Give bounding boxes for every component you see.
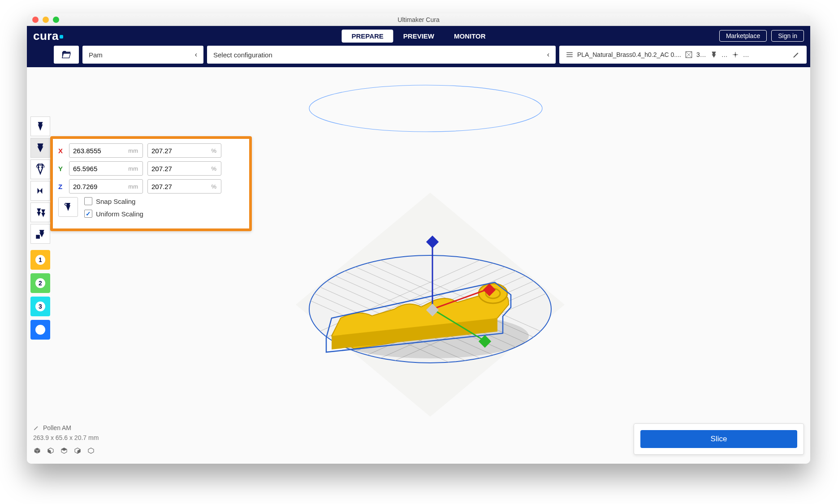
tab-preview[interactable]: PREVIEW xyxy=(393,30,444,43)
marketplace-button[interactable]: Marketplace xyxy=(719,30,767,42)
pencil-icon xyxy=(33,425,39,431)
view-right-icon[interactable] xyxy=(87,447,95,455)
transform-toolbar xyxy=(30,116,50,244)
signin-button[interactable]: Sign in xyxy=(771,30,804,42)
support-value: … xyxy=(721,51,728,58)
stage-tabs: PREPARE PREVIEW MONITOR xyxy=(341,30,495,43)
profile-name: PLA_Natural_Brass0.4_h0.2_AC 0.... xyxy=(577,51,681,58)
mirror-tool[interactable] xyxy=(30,181,50,201)
view-front-icon[interactable] xyxy=(47,447,55,455)
open-file-button[interactable] xyxy=(54,46,79,64)
infill-icon xyxy=(685,51,693,59)
snap-scaling-option[interactable]: Snap Scaling xyxy=(84,197,143,205)
move-tool[interactable] xyxy=(30,116,50,136)
mesh-tool[interactable] xyxy=(30,202,50,222)
infill-value: 3… xyxy=(696,51,706,58)
app-window: Ultimaker Cura cura PREPARE PREVIEW MONI… xyxy=(27,13,810,464)
view-presets xyxy=(33,447,99,455)
rotate-tool[interactable] xyxy=(30,159,50,179)
extruder-toolbar: 1 2 3 4 xyxy=(30,250,50,340)
uniform-scaling-checkbox[interactable] xyxy=(84,210,92,218)
svg-point-24 xyxy=(479,284,507,303)
chevron-left-icon: ‹ xyxy=(195,51,197,59)
scale-z-pct-input[interactable] xyxy=(148,183,211,190)
pencil-icon[interactable] xyxy=(792,51,800,59)
adhesion-icon xyxy=(731,51,739,59)
scale-panel: X mm % Y mm % Z mm % xyxy=(50,136,252,231)
svg-rect-33 xyxy=(36,235,40,239)
printer-selector[interactable]: Pam ‹ xyxy=(82,46,203,64)
svg-point-1 xyxy=(734,54,736,56)
app-header: cura PREPARE PREVIEW MONITOR Marketplace… xyxy=(27,26,810,46)
scale-x-pct-input[interactable] xyxy=(148,147,211,155)
axis-z-label: Z xyxy=(58,183,65,190)
configuration-selector[interactable]: Select configuration ‹ xyxy=(207,46,556,64)
axis-y-label: Y xyxy=(58,165,65,172)
slice-button[interactable]: Slice xyxy=(640,430,797,448)
axis-x-label: X xyxy=(58,147,65,155)
object-info: Pollen AM 263.9 x 65.6 x 20.7 mm xyxy=(33,424,99,455)
support-blocker-tool[interactable] xyxy=(30,224,50,244)
extruder-3-button[interactable]: 3 xyxy=(30,297,50,316)
viewport-area[interactable]: 1 2 3 4 X mm % Y mm % Z mm % xyxy=(27,67,810,464)
folder-open-icon xyxy=(60,50,72,60)
printer-name: Pam xyxy=(89,51,103,59)
extruder-4-button[interactable]: 4 xyxy=(30,320,50,340)
chevron-left-icon: ‹ xyxy=(547,51,549,59)
build-plate-view xyxy=(27,67,810,464)
scale-z-mm-input[interactable] xyxy=(69,183,128,190)
extruder-1-button[interactable]: 1 xyxy=(30,250,50,270)
reset-scale-button[interactable] xyxy=(58,197,78,217)
scale-y-mm-input[interactable] xyxy=(69,165,128,172)
scale-x-mm-input[interactable] xyxy=(69,147,128,155)
svg-point-2 xyxy=(309,85,542,132)
view-left-icon[interactable] xyxy=(73,447,82,455)
mac-titlebar: Ultimaker Cura xyxy=(27,13,810,26)
tab-prepare[interactable]: PREPARE xyxy=(341,30,393,43)
scale-tool[interactable] xyxy=(30,138,50,158)
object-name: Pollen AM xyxy=(43,424,71,431)
view-3d-icon[interactable] xyxy=(33,447,41,455)
profile-icon xyxy=(566,51,574,59)
tab-monitor[interactable]: MONITOR xyxy=(444,30,496,43)
config-toolbar: Pam ‹ Select configuration ‹ PLA_Natural… xyxy=(27,46,810,67)
print-settings-bar[interactable]: PLA_Natural_Brass0.4_h0.2_AC 0.... 3… … … xyxy=(559,46,807,64)
snap-scaling-checkbox[interactable] xyxy=(84,197,92,205)
slice-panel: Slice xyxy=(634,423,804,455)
object-dimensions: 263.9 x 65.6 x 20.7 mm xyxy=(33,434,99,441)
app-logo: cura xyxy=(33,29,63,43)
support-icon xyxy=(710,51,718,59)
scale-y-pct-input[interactable] xyxy=(148,165,211,172)
configuration-label: Select configuration xyxy=(213,51,272,59)
window-title: Ultimaker Cura xyxy=(27,16,810,23)
view-top-icon[interactable] xyxy=(60,447,68,455)
extruder-2-button[interactable]: 2 xyxy=(30,273,50,293)
uniform-scaling-option[interactable]: Uniform Scaling xyxy=(84,210,143,218)
